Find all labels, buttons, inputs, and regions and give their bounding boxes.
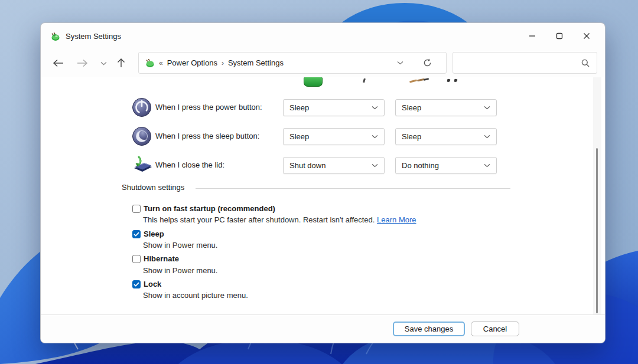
learn-more-link[interactable]: Learn More: [377, 215, 416, 224]
sleep-checkbox[interactable]: [132, 230, 141, 238]
close-lid-on-battery-dropdown[interactable]: Shut down: [283, 157, 385, 174]
navigation-bar: « Power Options › System Settings: [41, 49, 605, 77]
chevron-down-icon: [484, 135, 490, 139]
address-dropdown-chevron-icon[interactable]: [397, 61, 403, 65]
back-arrow-icon: [53, 59, 64, 67]
chevron-down-icon: [372, 135, 378, 139]
lid-close-icon: [132, 155, 153, 175]
titlebar[interactable]: System Settings: [41, 23, 605, 49]
breadcrumb-separator: ›: [222, 59, 224, 67]
address-bar[interactable]: « Power Options › System Settings: [138, 52, 447, 74]
shutdown-settings-heading: Shutdown settings: [122, 183, 184, 192]
system-settings-window: System Settings: [40, 22, 606, 343]
fast-startup-description: This helps start your PC faster after sh…: [143, 215, 416, 225]
power-button-icon: [132, 97, 153, 117]
address-bar-app-icon: [145, 58, 155, 68]
close-icon: [583, 32, 590, 40]
breadcrumb-collapse-chevrons[interactable]: «: [159, 59, 163, 67]
check-icon: [134, 232, 139, 237]
sleep-button-plugged-in-dropdown[interactable]: Sleep: [395, 128, 497, 145]
maximize-icon: [556, 32, 563, 40]
cancel-button[interactable]: Cancel: [471, 322, 519, 336]
lock-option[interactable]: Lock: [132, 280, 161, 289]
lock-label[interactable]: Lock: [144, 280, 161, 289]
clipped-plug-icon: [424, 78, 429, 81]
desktop: System Settings: [0, 0, 638, 364]
lock-description: Show in account picture menu.: [143, 291, 248, 300]
chevron-down-icon: [484, 106, 490, 110]
section-divider: [196, 188, 510, 189]
power-button-plugged-in-dropdown[interactable]: Sleep: [395, 99, 497, 116]
lock-checkbox[interactable]: [132, 280, 141, 288]
minimize-button[interactable]: [519, 27, 546, 45]
power-options-app-icon: [50, 31, 60, 41]
chevron-down-icon: [100, 61, 107, 65]
fast-startup-option[interactable]: Turn on fast startup (recommended): [132, 204, 275, 214]
hibernate-label[interactable]: Hibernate: [144, 254, 179, 264]
clipped-text-fragment: [454, 79, 458, 83]
clipped-battery-icon: [304, 77, 323, 87]
sleep-button-on-battery-dropdown[interactable]: Sleep: [283, 128, 385, 145]
dropdown-value: Sleep: [402, 103, 421, 112]
forward-button[interactable]: [75, 56, 89, 70]
clipped-glyph: [363, 78, 366, 83]
check-icon: [134, 282, 139, 287]
breadcrumb-system-settings[interactable]: System Settings: [228, 58, 284, 67]
clipped-text-fragment: [447, 79, 451, 83]
window-title: System Settings: [66, 32, 121, 41]
scrollbar-track[interactable]: [593, 77, 601, 315]
search-input[interactable]: [460, 58, 581, 68]
up-arrow-icon: [117, 58, 125, 68]
close-lid-row: When I close the lid: Shut down Do nothi…: [41, 155, 605, 175]
maximize-button[interactable]: [546, 27, 573, 45]
fast-startup-label[interactable]: Turn on fast startup (recommended): [144, 204, 275, 214]
settings-content: When I press the power button: Sleep Sle…: [41, 77, 605, 315]
back-button[interactable]: [51, 56, 66, 70]
clipped-plug-icon: [409, 79, 417, 83]
search-icon: [581, 59, 590, 67]
dropdown-value: Do nothing: [402, 161, 439, 170]
search-box[interactable]: [453, 52, 597, 74]
refresh-icon[interactable]: [423, 58, 432, 67]
close-lid-label: When I close the lid:: [155, 155, 224, 175]
chevron-down-icon: [484, 163, 490, 168]
dropdown-value: Sleep: [289, 103, 309, 112]
scrollbar-thumb[interactable]: [596, 148, 598, 313]
sleep-label[interactable]: Sleep: [144, 229, 164, 239]
breadcrumb-power-options[interactable]: Power Options: [167, 58, 217, 67]
sleep-button-label: When I press the sleep button:: [155, 126, 259, 146]
fast-startup-checkbox[interactable]: [132, 205, 141, 213]
up-button[interactable]: [114, 56, 128, 70]
hibernate-option[interactable]: Hibernate: [132, 254, 179, 264]
sleep-description: Show in Power menu.: [143, 241, 217, 250]
dropdown-value: Sleep: [402, 132, 421, 141]
dropdown-value: Sleep: [289, 132, 309, 141]
power-button-label: When I press the power button:: [155, 97, 262, 117]
hibernate-description: Show in Power menu.: [143, 266, 217, 276]
save-changes-button[interactable]: Save changes: [393, 322, 465, 336]
sleep-option[interactable]: Sleep: [132, 229, 164, 239]
power-button-on-battery-dropdown[interactable]: Sleep: [283, 99, 385, 116]
forward-arrow-icon: [76, 59, 88, 67]
chevron-down-icon: [372, 163, 378, 168]
recent-pages-button[interactable]: [96, 56, 110, 70]
dropdown-value: Shut down: [289, 161, 325, 170]
chevron-down-icon: [372, 106, 378, 110]
close-lid-plugged-in-dropdown[interactable]: Do nothing: [395, 157, 497, 174]
footer: Save changes Cancel: [41, 314, 605, 343]
hibernate-checkbox[interactable]: [132, 255, 141, 263]
minimize-icon: [529, 32, 536, 40]
power-button-row: When I press the power button: Sleep Sle…: [41, 97, 605, 117]
sleep-button-row: When I press the sleep button: Sleep Sle…: [41, 126, 605, 146]
close-button[interactable]: [573, 27, 600, 45]
sleep-button-icon: [132, 126, 153, 146]
